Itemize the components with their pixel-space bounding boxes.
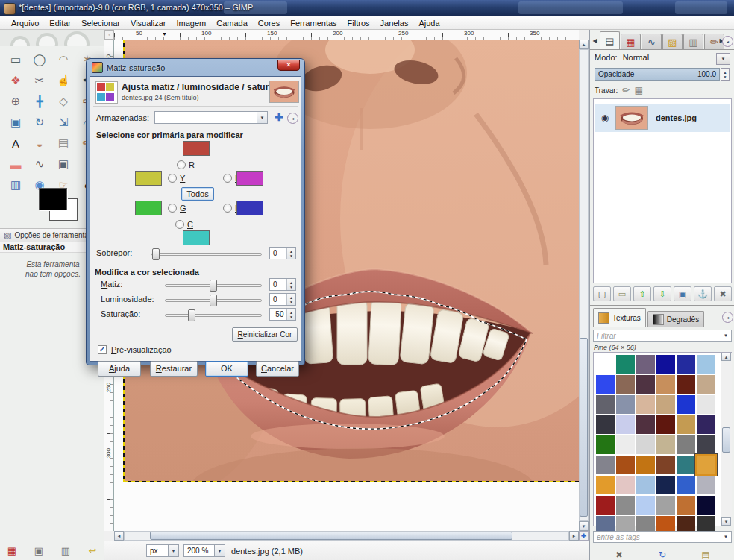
todos-button[interactable]: Todos xyxy=(181,187,214,201)
delete-texture-button[interactable]: ✖ xyxy=(610,547,628,560)
layer-name[interactable]: dentes.jpg xyxy=(656,113,697,122)
ruler-corner-button[interactable]: ◦ xyxy=(104,30,114,40)
menu-visualizar[interactable]: Visualizar xyxy=(125,18,172,28)
radio-green[interactable]: G xyxy=(168,204,186,213)
texture-filter-input[interactable]: Filtrar ▼ xyxy=(593,330,732,342)
chevron-down-icon[interactable]: ▼ xyxy=(214,545,225,556)
texture-swatch[interactable] xyxy=(596,476,615,494)
tab-gradients[interactable]: ▥ xyxy=(683,34,703,50)
texture-swatch[interactable] xyxy=(596,435,615,454)
texture-swatch[interactable] xyxy=(596,375,615,394)
tab-paths[interactable]: ∿ xyxy=(642,34,662,50)
opacity-spinner[interactable]: ▲▼ xyxy=(721,68,730,81)
scroll-left-icon[interactable]: ◂ xyxy=(114,531,124,541)
texture-swatch[interactable] xyxy=(616,355,635,374)
texture-swatch[interactable] xyxy=(616,375,635,394)
vscroll-thumb[interactable] xyxy=(580,338,588,517)
chevron-down-icon[interactable]: ▼ xyxy=(257,112,267,123)
radio-red[interactable]: R xyxy=(177,160,195,169)
menu-ajuda[interactable]: Ajuda xyxy=(413,18,445,28)
texture-swatch[interactable] xyxy=(697,456,715,474)
gradient-tool[interactable]: ▤ xyxy=(52,133,75,153)
chevron-down-icon[interactable]: ▼ xyxy=(716,53,730,65)
new-layer-button[interactable]: ▢ xyxy=(593,286,611,301)
select-by-color-tool[interactable]: ❖ xyxy=(4,71,27,90)
dialog-title-bar[interactable]: Matiz-saturação ✕ xyxy=(87,59,304,76)
lower-layer-button[interactable]: ⇩ xyxy=(653,286,671,301)
texture-swatch[interactable] xyxy=(656,496,675,515)
texture-swatch[interactable] xyxy=(656,476,675,494)
open-texture-folder-button[interactable]: ▤ xyxy=(697,547,715,560)
measure-tool[interactable]: ⊕ xyxy=(4,92,27,111)
texture-swatch[interactable] xyxy=(616,476,635,494)
hue-slider-handle[interactable] xyxy=(210,280,217,292)
texture-swatch[interactable] xyxy=(596,496,615,515)
lightness-slider-handle[interactable] xyxy=(210,295,217,306)
texture-swatch[interactable] xyxy=(697,496,715,515)
vertical-scrollbar[interactable]: ▴ ▾ xyxy=(579,40,589,531)
bucket-fill-tool[interactable]: ◒ xyxy=(28,133,51,153)
overlap-slider-handle[interactable] xyxy=(152,248,160,260)
fg-bg-color-area[interactable] xyxy=(37,188,82,224)
texture-swatch[interactable] xyxy=(596,415,615,434)
perspective-clone-tool[interactable]: ▥ xyxy=(4,175,27,195)
texture-swatch[interactable] xyxy=(656,435,675,454)
free-select-tool[interactable]: ◠ xyxy=(52,50,75,69)
lock-alpha-icon[interactable]: ▦ xyxy=(634,85,642,95)
texture-swatch[interactable] xyxy=(697,355,715,374)
text-tool[interactable]: A xyxy=(4,133,27,153)
texture-swatch[interactable] xyxy=(656,355,675,374)
texture-swatch[interactable] xyxy=(616,435,635,454)
textures-scrollbar[interactable]: ▴ ▾ xyxy=(721,353,732,526)
scale-tool[interactable]: ⇲ xyxy=(52,113,75,132)
clone-tool[interactable]: ▣ xyxy=(52,154,75,174)
preview-checkbox-row[interactable]: ✓ Pré-visualização xyxy=(98,345,172,354)
align-tool[interactable]: ◇ xyxy=(52,92,75,111)
horizontal-ruler[interactable]: ▼ 50100150200250300350400 xyxy=(114,30,579,40)
lightness-slider[interactable] xyxy=(165,299,262,302)
duplicate-layer-button[interactable]: ▣ xyxy=(674,286,691,301)
horizontal-scrollbar[interactable]: ◂ ▸ xyxy=(114,531,579,541)
saturation-slider-handle[interactable] xyxy=(188,309,195,321)
texture-swatch[interactable] xyxy=(697,415,715,434)
menu-filtros[interactable]: Filtros xyxy=(342,18,375,28)
rotate-tool[interactable]: ↻ xyxy=(28,113,51,132)
tab-history[interactable]: ▨ xyxy=(662,34,683,50)
foreground-color-swatch[interactable] xyxy=(39,188,67,210)
visibility-eye-icon[interactable]: ◉ xyxy=(595,113,615,123)
title-bar[interactable]: *[dentes] (importada)-9.0 (cor RGB, 1 ca… xyxy=(0,0,734,16)
hue-saturation-dialog[interactable]: Matiz-saturação ✕ Ajusta matiz / luminos… xyxy=(86,58,305,365)
texture-swatch[interactable] xyxy=(636,456,655,474)
rectangle-select-tool[interactable]: ▭ xyxy=(4,50,27,69)
layer-row[interactable]: ◉ dentes.jpg xyxy=(595,104,730,132)
layers-list[interactable]: ◉ dentes.jpg xyxy=(593,98,732,283)
scroll-up-icon[interactable]: ▴ xyxy=(579,40,589,49)
texture-swatch[interactable] xyxy=(697,395,715,414)
eraser-tool[interactable]: ▬ xyxy=(4,154,27,174)
restore-button[interactable]: Restaurar xyxy=(150,361,198,377)
unit-combo[interactable]: px ▼ xyxy=(146,544,179,557)
tabs-scroll-left-icon[interactable]: ◀ xyxy=(592,36,598,45)
scissors-select-tool[interactable]: ✂ xyxy=(28,71,51,90)
raise-layer-button[interactable]: ⇧ xyxy=(633,286,651,301)
menu-janelas[interactable]: Janelas xyxy=(375,18,414,28)
texture-swatch[interactable] xyxy=(677,375,695,394)
saturation-slider[interactable] xyxy=(165,314,262,317)
crop-tool[interactable]: ▣ xyxy=(4,113,27,132)
foreground-select-tool[interactable]: ☝ xyxy=(52,71,75,90)
hue-spinbox[interactable]: 0▲▼ xyxy=(269,278,296,291)
texture-swatch[interactable] xyxy=(636,415,655,434)
texture-swatch[interactable] xyxy=(596,355,615,374)
texture-swatch[interactable] xyxy=(677,395,695,414)
dock-icon-window[interactable]: ▣ xyxy=(31,543,46,558)
menu-arquivo[interactable]: Arquivo xyxy=(6,18,44,28)
delete-layer-button[interactable]: ✖ xyxy=(714,286,732,301)
texture-swatch[interactable] xyxy=(656,375,675,394)
overlap-slider[interactable] xyxy=(151,253,262,256)
chevron-down-icon[interactable]: ▼ xyxy=(724,535,728,539)
menu-editar[interactable]: Editar xyxy=(44,18,76,28)
texture-swatch[interactable] xyxy=(636,496,655,515)
zoom-combo[interactable]: 200 % ▼ xyxy=(184,544,225,557)
layer-mode-row[interactable]: Modo: Normal ▼ xyxy=(595,53,730,66)
texture-swatch[interactable] xyxy=(677,355,695,374)
